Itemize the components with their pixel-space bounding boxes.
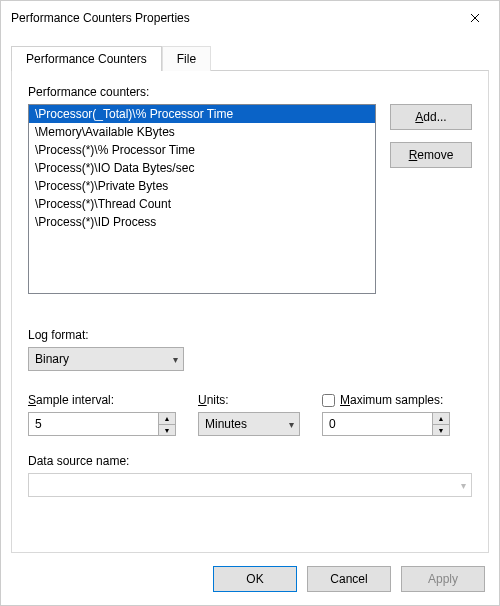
data-source-input[interactable] [28, 473, 472, 497]
window-title: Performance Counters Properties [11, 11, 453, 25]
add-button-suffix: dd... [423, 110, 446, 124]
list-item[interactable]: \Memory\Available KBytes [29, 123, 375, 141]
list-item[interactable]: \Process(*)\Thread Count [29, 195, 375, 213]
list-item[interactable]: \Process(*)\% Processor Time [29, 141, 375, 159]
tab-file[interactable]: File [162, 46, 211, 71]
ok-button[interactable]: OK [213, 566, 297, 592]
dialog-footer: OK Cancel Apply [1, 553, 499, 605]
max-samples-input[interactable] [322, 412, 432, 436]
list-item[interactable]: \Process(*)\Private Bytes [29, 177, 375, 195]
sample-interval-up[interactable]: ▲ [158, 412, 176, 424]
cancel-button[interactable]: Cancel [307, 566, 391, 592]
titlebar: Performance Counters Properties [1, 1, 499, 35]
list-item[interactable]: \Processor(_Total)\% Processor Time [29, 105, 375, 123]
max-samples-spinner[interactable]: ▲ ▼ [322, 412, 472, 436]
tab-panel: Performance counters: \Processor(_Total)… [11, 70, 489, 553]
add-button[interactable]: Add... [390, 104, 472, 130]
max-samples-checkbox[interactable] [322, 394, 335, 407]
close-icon [470, 13, 480, 23]
tab-performance-counters[interactable]: Performance Counters [11, 46, 162, 71]
sample-interval-input[interactable] [28, 412, 158, 436]
data-source-label: Data source name: [28, 454, 472, 468]
sample-interval-label: Sample interval: [28, 393, 176, 407]
list-item[interactable]: \Process(*)\ID Process [29, 213, 375, 231]
dialog-window: Performance Counters Properties Performa… [0, 0, 500, 606]
counters-label: Performance counters: [28, 85, 472, 99]
units-select[interactable]: Minutes [198, 412, 300, 436]
sample-interval-down[interactable]: ▼ [158, 424, 176, 436]
max-samples-up[interactable]: ▲ [432, 412, 450, 424]
sample-interval-spinner[interactable]: ▲ ▼ [28, 412, 176, 436]
remove-button[interactable]: Remove [390, 142, 472, 168]
apply-button[interactable]: Apply [401, 566, 485, 592]
close-button[interactable] [453, 3, 497, 33]
counters-listbox[interactable]: \Processor(_Total)\% Processor Time\Memo… [28, 104, 376, 294]
max-samples-down[interactable]: ▼ [432, 424, 450, 436]
remove-button-suffix: emove [417, 148, 453, 162]
max-samples-label: Maximum samples: [340, 393, 443, 407]
tab-strip: Performance Counters File [1, 35, 499, 70]
list-item[interactable]: \Process(*)\IO Data Bytes/sec [29, 159, 375, 177]
units-label: Units: [198, 393, 300, 407]
log-format-select[interactable]: Binary [28, 347, 184, 371]
log-format-label: Log format: [28, 328, 184, 342]
